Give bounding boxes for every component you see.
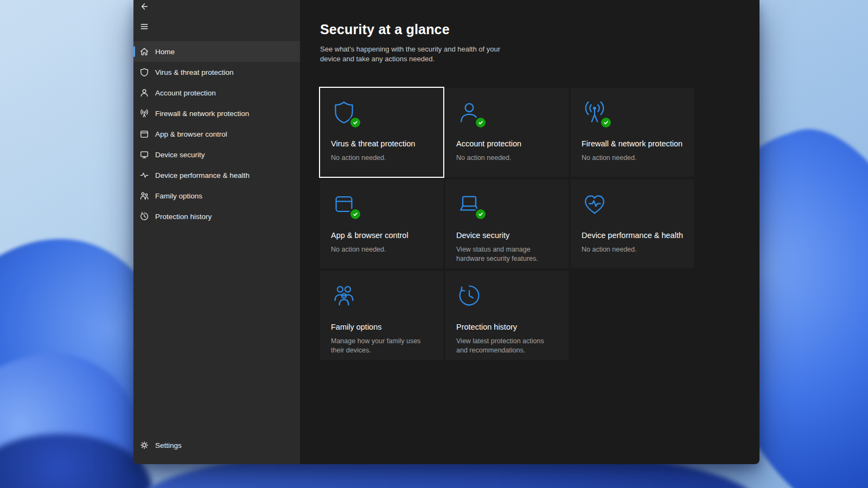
sidebar-item-account-protection[interactable]: Account protection bbox=[133, 82, 300, 103]
tile-protection-history[interactable]: Protection history View latest protectio… bbox=[445, 271, 569, 360]
shield-icon bbox=[139, 67, 149, 77]
sidebar-item-label: Device security bbox=[155, 151, 205, 159]
person-icon bbox=[139, 88, 149, 98]
settings-button[interactable]: Settings bbox=[133, 435, 300, 455]
tile-status: Manage how your family uses their device… bbox=[331, 337, 422, 356]
check-badge bbox=[476, 209, 486, 219]
tile-firewall-network-protection[interactable]: Firewall & network protection No action … bbox=[571, 88, 694, 177]
pulse-icon bbox=[139, 170, 149, 180]
sidebar-item-protection-history[interactable]: Protection history bbox=[133, 206, 300, 227]
tile-title: Protection history bbox=[456, 322, 558, 332]
check-icon bbox=[478, 211, 483, 217]
history-icon bbox=[456, 282, 482, 309]
settings-label: Settings bbox=[155, 441, 182, 450]
tile-status: No action needed. bbox=[582, 245, 673, 255]
check-badge bbox=[601, 118, 611, 127]
check-badge bbox=[350, 209, 360, 219]
back-button[interactable] bbox=[136, 0, 153, 15]
sidebar-item-label: Protection history bbox=[155, 213, 212, 221]
tile-device-performance-health[interactable]: Device performance & health No action ne… bbox=[571, 179, 694, 268]
check-icon bbox=[353, 211, 358, 217]
sidebar-item-label: Virus & threat protection bbox=[155, 68, 234, 76]
tile-title: Account protection bbox=[456, 139, 558, 149]
back-arrow-icon bbox=[140, 2, 149, 11]
tile-virus-threat-protection[interactable]: Virus & threat protection No action need… bbox=[320, 88, 443, 177]
sidebar-item-label: Account protection bbox=[155, 89, 216, 97]
network-signal-icon bbox=[582, 99, 608, 125]
tile-device-security[interactable]: Device security View status and manage h… bbox=[445, 179, 569, 268]
check-icon bbox=[603, 120, 609, 125]
page-title: Security at a glance bbox=[320, 22, 760, 37]
sidebar-item-device-security[interactable]: Device security bbox=[133, 144, 300, 165]
sidebar-item-family-options[interactable]: Family options bbox=[133, 185, 300, 206]
tile-title: Virus & threat protection bbox=[331, 139, 432, 149]
sidebar-item-label: Device performance & health bbox=[155, 171, 250, 179]
tile-status: View status and manage hardware security… bbox=[456, 245, 547, 265]
sidebar: Home Virus & threat protection Account p… bbox=[133, 0, 300, 464]
sidebar-item-device-performance-health[interactable]: Device performance & health bbox=[133, 165, 300, 185]
tile-account-protection[interactable]: Account protection No action needed. bbox=[445, 88, 569, 177]
page-subtitle: See what's happening with the security a… bbox=[320, 44, 522, 64]
heart-pulse-icon bbox=[582, 191, 608, 217]
check-icon bbox=[478, 120, 483, 125]
tile-status: No action needed. bbox=[456, 153, 547, 163]
home-icon bbox=[139, 47, 149, 56]
shield-icon bbox=[331, 99, 357, 125]
laptop-icon bbox=[139, 150, 149, 159]
history-icon bbox=[139, 211, 149, 221]
tile-title: Device performance & health bbox=[582, 230, 683, 241]
tile-status: No action needed. bbox=[331, 153, 422, 163]
tile-title: Family options bbox=[331, 322, 432, 332]
tile-status: No action needed. bbox=[582, 153, 673, 163]
tile-app-browser-control[interactable]: App & browser control No action needed. bbox=[320, 179, 443, 268]
sidebar-item-label: Firewall & network protection bbox=[155, 110, 249, 118]
app-window-icon bbox=[331, 191, 357, 217]
laptop-icon bbox=[456, 191, 482, 217]
network-signal-icon bbox=[139, 108, 149, 118]
main-content: Security at a glance See what's happenin… bbox=[300, 0, 760, 464]
tile-title: Firewall & network protection bbox=[582, 139, 683, 149]
security-tiles-grid: Virus & threat protection No action need… bbox=[320, 88, 760, 360]
gear-icon bbox=[139, 440, 149, 450]
tile-title: App & browser control bbox=[331, 230, 432, 241]
app-window-icon bbox=[139, 129, 149, 139]
check-icon bbox=[353, 120, 358, 125]
family-icon bbox=[139, 191, 149, 201]
check-badge bbox=[350, 118, 360, 127]
tile-family-options[interactable]: Family options Manage how your family us… bbox=[320, 271, 443, 360]
sidebar-item-app-browser-control[interactable]: App & browser control bbox=[133, 124, 300, 144]
hamburger-icon bbox=[140, 22, 149, 31]
sidebar-item-virus-threat-protection[interactable]: Virus & threat protection bbox=[133, 62, 300, 82]
family-icon bbox=[331, 282, 357, 309]
check-badge bbox=[476, 118, 486, 127]
sidebar-item-home[interactable]: Home bbox=[133, 41, 300, 62]
sidebar-item-label: Home bbox=[155, 48, 175, 56]
sidebar-item-label: App & browser control bbox=[155, 130, 227, 138]
windows-security-window: Home Virus & threat protection Account p… bbox=[133, 0, 760, 464]
sidebar-item-firewall-network-protection[interactable]: Firewall & network protection bbox=[133, 103, 300, 124]
sidebar-nav: Home Virus & threat protection Account p… bbox=[133, 41, 300, 227]
sidebar-item-label: Family options bbox=[155, 192, 202, 200]
tile-status: View latest protection actions and recom… bbox=[456, 337, 547, 356]
menu-button[interactable] bbox=[136, 18, 153, 35]
person-icon bbox=[456, 99, 482, 125]
tile-title: Device security bbox=[456, 230, 558, 241]
tile-status: No action needed. bbox=[331, 245, 422, 255]
